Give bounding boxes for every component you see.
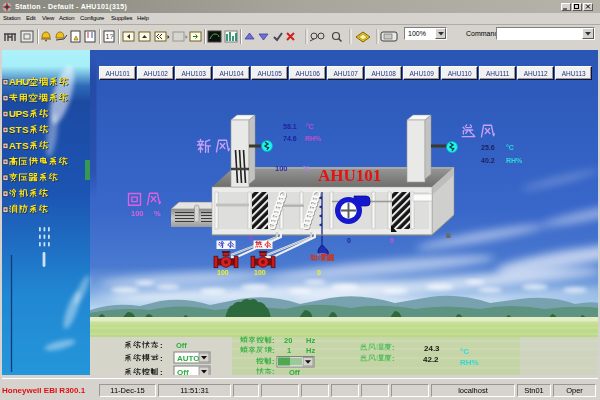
svg-text::: : (160, 341, 163, 350)
svg-text:24.3: 24.3 (424, 344, 440, 353)
svg-text:1: 1 (287, 346, 291, 355)
svg-text:20: 20 (284, 336, 292, 345)
svg-text:AUTO: AUTO (177, 354, 200, 363)
svg-text::: : (392, 343, 395, 352)
svg-text::: : (272, 336, 275, 345)
svg-text::: : (392, 354, 395, 363)
svg-text:Off: Off (176, 341, 187, 350)
svg-text::: : (272, 357, 275, 366)
svg-text::: : (160, 354, 163, 363)
svg-text:42.2: 42.2 (423, 355, 439, 364)
svg-text:Hz: Hz (306, 346, 315, 355)
svg-text::: : (272, 346, 275, 355)
svg-text:RH%: RH% (460, 358, 479, 367)
svg-text:°C: °C (460, 347, 469, 356)
svg-text:Hz: Hz (306, 336, 315, 345)
